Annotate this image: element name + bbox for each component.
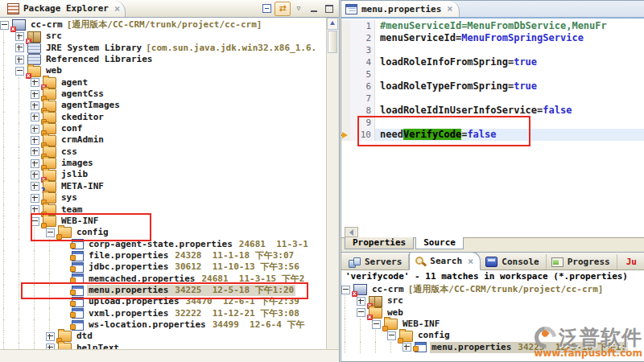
tree-indent-guide	[15, 274, 31, 285]
tree-indent-guide	[15, 181, 31, 192]
editor-line-9[interactable]: 9	[341, 117, 644, 129]
tree-indent-guide	[31, 261, 46, 273]
minus-expander-icon[interactable]	[341, 286, 350, 294]
plus-expander-icon[interactable]	[31, 171, 39, 179]
minus-expander-icon[interactable]	[15, 67, 24, 76]
plus-expander-icon[interactable]	[15, 32, 24, 41]
tree-label: config	[418, 330, 450, 341]
tree-row-dtd[interactable]: dtd	[0, 331, 327, 342]
page-tab-properties[interactable]: Properties	[345, 237, 414, 249]
editor-line-10[interactable]: 10needVerifyCode=false	[341, 129, 644, 141]
plus-expander-icon[interactable]	[31, 182, 39, 191]
view-menu-icon[interactable]	[291, 2, 306, 15]
editor-line-3[interactable]: 3	[341, 44, 644, 56]
plus-expander-icon[interactable]	[31, 101, 39, 110]
plus-expander-icon[interactable]	[31, 159, 39, 168]
package-explorer-tab[interactable]: Package Explorer ×	[0, 1, 126, 17]
minus-expander-icon[interactable]	[46, 228, 55, 237]
collapse-all-icon[interactable]	[259, 2, 274, 15]
tab-search[interactable]: Search×	[409, 252, 481, 270]
tree-row-referenced-libraries[interactable]: Referenced Libraries	[0, 54, 327, 65]
code-text	[375, 117, 644, 129]
tree-row-jre-system-library[interactable]: JRE System Library[com.sun.java.jdk.win3…	[0, 43, 327, 54]
editor-line-1[interactable]: 1#menuServiceId=MenuFromDbService,MenuFr	[341, 20, 644, 32]
tree-row-menu-properties[interactable]: menu.properties34225 12-5-18 下午1:20	[0, 285, 327, 296]
tree-row-images[interactable]: images	[0, 158, 327, 169]
plus-expander-icon[interactable]	[31, 194, 39, 203]
editor-line-6[interactable]: 6loadRoleTypeFromSpring=true	[341, 80, 644, 93]
editor-line-5[interactable]: 5	[341, 68, 644, 80]
minus-expander-icon[interactable]	[0, 21, 9, 30]
tree-row-corp-agent-state-properties[interactable]: corp-agent-state.properties24681 11-3-1	[0, 239, 327, 250]
plus-expander-icon[interactable]	[402, 343, 411, 352]
editor-line-8[interactable]: 8loadRoleIdInUserInfoService=false	[341, 105, 644, 117]
tree-row-config[interactable]: config	[0, 227, 327, 238]
plus-expander-icon[interactable]	[357, 297, 365, 306]
tab-console[interactable]: Console	[481, 254, 546, 269]
minus-expander-icon[interactable]	[387, 331, 396, 340]
tree-row-upload-properties[interactable]: upload.properties34470 12-6-1 下午2:39	[0, 296, 327, 307]
editor-content[interactable]: 1#menuServiceId=MenuFromDbService,MenuFr…	[341, 19, 644, 238]
plus-expander-icon[interactable]	[31, 113, 39, 121]
horizontal-scrollbar[interactable]	[0, 349, 339, 362]
tree-label: upload.properties	[89, 296, 180, 307]
tree-row-conf[interactable]: conf	[0, 123, 327, 134]
plus-expander-icon[interactable]	[31, 90, 39, 99]
tree-row-file-properties[interactable]: file.properties24328 11-1-18 下午3:07	[0, 250, 327, 261]
page-tab-source[interactable]: Source	[415, 237, 464, 249]
plus-expander-icon[interactable]	[31, 125, 39, 134]
tree-row-cc-crm[interactable]: cc-crm[通用版本/CC-CRM/trunk/project/cc-crm]	[0, 19, 327, 31]
minus-expander-icon[interactable]	[31, 217, 39, 226]
progress-icon	[551, 257, 564, 267]
tree-indent-guide	[15, 169, 31, 180]
close-icon[interactable]: ×	[447, 5, 452, 13]
editor-line-4[interactable]: 4loadRoleInfoFromSpring=true	[341, 56, 644, 68]
scroll-left-icon[interactable]	[345, 227, 358, 237]
tree-label: ckeditor	[61, 112, 104, 123]
minimize-icon[interactable]	[307, 2, 321, 15]
vertical-scrollbar[interactable]	[326, 18, 338, 350]
plus-expander-icon[interactable]	[31, 147, 39, 156]
close-icon[interactable]: ×	[114, 5, 120, 13]
tree-row-jdbc-properties[interactable]: jdbc.properties30612 11-10-13 下午3:56	[0, 261, 327, 273]
editor-line-2[interactable]: 2menuServiceId=MenuFromSpringService	[341, 32, 644, 44]
tree-label: jdbc.properties	[89, 261, 168, 273]
close-icon[interactable]: ×	[468, 257, 473, 265]
tree-indent-guide	[46, 308, 61, 319]
tree-row-vxml-properties[interactable]: vxml.properties32222 11-12-21 下午3:08	[0, 308, 327, 319]
tab-servers[interactable]: Servers	[344, 254, 409, 269]
tree-label: sys	[61, 192, 77, 204]
plus-expander-icon[interactable]	[46, 332, 55, 341]
properties-file-icon	[72, 320, 84, 331]
tab-ju[interactable]: Ju	[617, 254, 643, 269]
tree-row-memcached-properties[interactable]: memcached.properties24681 11-3-15 下午2	[0, 274, 327, 285]
plus-expander-icon[interactable]	[15, 56, 24, 64]
tab-progress[interactable]: Progress	[547, 254, 617, 269]
tree-indent-guide	[46, 285, 61, 296]
link-with-editor-icon[interactable]	[275, 2, 291, 16]
properties-file-icon	[72, 286, 84, 296]
tree-row-src[interactable]: src	[0, 31, 327, 42]
properties-file-icon	[72, 239, 84, 249]
tree-row-text: ws-location.properties34499 12-6-4 下午	[87, 319, 306, 331]
tree-row-src[interactable]: src	[341, 295, 644, 306]
plus-expander-icon[interactable]	[15, 43, 24, 52]
tree-indent-guide	[15, 100, 31, 111]
tree-row-ws-location-properties[interactable]: ws-location.properties34499 12-6-4 下午	[0, 319, 327, 331]
line-number: 6	[350, 80, 375, 93]
maximize-icon[interactable]	[322, 2, 336, 15]
tree-row-cc-crm[interactable]: cc-crm[通用版本/CC-CRM/trunk/project/cc-crm]	[341, 284, 644, 295]
tree-row-web-inf[interactable]: WEB-INF	[0, 216, 327, 227]
plus-expander-icon[interactable]	[31, 78, 39, 87]
tree-row-sys[interactable]: sys	[0, 192, 327, 204]
editor-line-7[interactable]: 7	[341, 93, 644, 105]
scrollbar-thumb[interactable]	[328, 31, 337, 53]
tree-row-text: ckeditor	[60, 112, 105, 123]
minus-expander-icon[interactable]	[372, 320, 381, 329]
minus-expander-icon[interactable]	[357, 308, 365, 317]
scroll-up-icon[interactable]	[327, 18, 338, 30]
plus-expander-icon[interactable]	[31, 205, 39, 214]
tree-row-agentcss[interactable]: agentCss	[0, 88, 327, 100]
editor-tab-menu-properties[interactable]: menu.properties ×	[341, 1, 460, 17]
plus-expander-icon[interactable]	[31, 136, 39, 145]
